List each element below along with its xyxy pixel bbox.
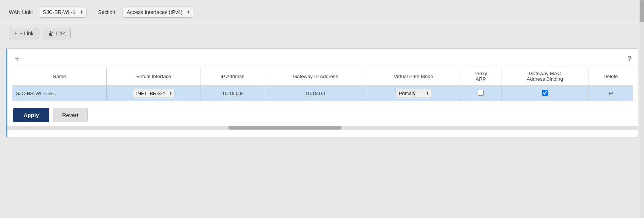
apply-button[interactable]: Apply (13, 108, 49, 122)
virtual-interface-select[interactable]: INET_BR-3-4 (133, 89, 174, 98)
vertical-scrollbar[interactable] (640, 0, 644, 218)
col-name: Name (12, 67, 107, 86)
wan-link-select[interactable]: SJC-BR-WL-1 (39, 7, 86, 18)
vertical-scrollbar-thumb[interactable] (640, 0, 644, 22)
add-row-button[interactable]: + (13, 55, 21, 63)
virtual-path-mode-select[interactable]: Primary Secondary Disabled (396, 89, 431, 98)
wan-link-label: WAN Link: (9, 9, 33, 15)
col-virtual-path-mode: Virtual Path Mode (367, 67, 460, 86)
action-row: Apply Revert (7, 101, 638, 124)
table-header-row: Name Virtual Interface IP Address Gatewa… (12, 67, 633, 86)
cell-gateway-ip: 10.18.0.1 (264, 86, 367, 101)
revert-button[interactable]: Revert (53, 108, 88, 122)
col-ip-address: IP Address (201, 67, 264, 86)
cell-ip-address: 10.18.0.9 (201, 86, 264, 101)
gateway-ip-value: 10.18.0.1 (305, 91, 326, 96)
gateway-mac-binding-checkbox[interactable] (542, 90, 548, 96)
virtual-interface-select-wrapper[interactable]: INET_BR-3-4 ⬍ (133, 89, 174, 98)
cell-virtual-interface[interactable]: INET_BR-3-4 ⬍ (107, 86, 201, 101)
table-container: Name Virtual Interface IP Address Gatewa… (7, 67, 638, 101)
cell-delete[interactable]: ↩ (588, 86, 633, 101)
help-button[interactable]: ? (627, 54, 632, 63)
section-select[interactable]: Access Interfaces (IPv4) (123, 7, 193, 18)
trash-icon: 🗑 (48, 31, 53, 36)
delete-link-button[interactable]: 🗑 Link (43, 28, 71, 39)
section-label: Section: (98, 9, 117, 15)
plus-icon: + (14, 31, 17, 36)
delete-revert-icon[interactable]: ↩ (608, 90, 613, 96)
ip-address-value: 10.18.0.9 (222, 91, 243, 96)
horizontal-scrollbar-thumb[interactable] (228, 126, 342, 130)
section-select-wrapper[interactable]: Access Interfaces (IPv4) ⬍ (123, 7, 193, 18)
col-virtual-interface: Virtual Interface (107, 67, 201, 86)
main-panel: + ? Name Virtual Interface IP Address Ga… (6, 48, 638, 137)
add-link-button[interactable]: + + Link (9, 28, 39, 39)
toolbar-row: + + Link 🗑 Link (0, 23, 644, 44)
panel-toolbar: + ? (7, 53, 638, 67)
col-delete: Delete (588, 67, 633, 86)
col-gateway-ip: Gateway IP Address (264, 67, 367, 86)
cell-virtual-path-mode[interactable]: Primary Secondary Disabled ⬍ (367, 86, 460, 101)
delete-link-label: Link (56, 31, 65, 36)
interfaces-table: Name Virtual Interface IP Address Gatewa… (12, 67, 633, 101)
top-bar: WAN Link: SJC-BR-WL-1 ⬍ Section: Access … (0, 0, 644, 23)
horizontal-scrollbar[interactable] (7, 126, 638, 130)
col-gateway-mac: Gateway MACAddress Binding (502, 67, 588, 86)
proxy-arp-checkbox[interactable] (478, 90, 484, 96)
table-row: SJC-BR-WL-1-AI... INET_BR-3-4 ⬍ 10.18.0.… (12, 86, 633, 101)
col-proxy-arp: ProxyARP (460, 67, 502, 86)
cell-gateway-mac-binding[interactable] (502, 86, 588, 101)
virtual-path-select-wrapper[interactable]: Primary Secondary Disabled ⬍ (396, 89, 431, 98)
wan-link-select-wrapper[interactable]: SJC-BR-WL-1 ⬍ (39, 7, 86, 18)
cell-proxy-arp[interactable] (460, 86, 502, 101)
cell-name: SJC-BR-WL-1-AI... (12, 86, 107, 101)
row-name-value: SJC-BR-WL-1-AI... (16, 91, 58, 96)
add-link-label: + Link (20, 31, 33, 36)
